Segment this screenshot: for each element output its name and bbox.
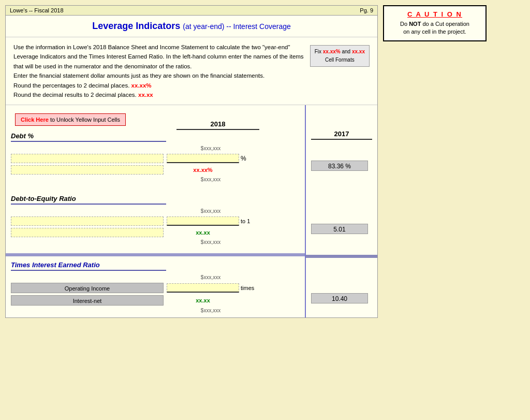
debt-section-title: Debt % [11,132,166,142]
debt-equity-title: Debt-to-Equity Ratio [11,195,166,205]
header-bar: Lowe's -- Fiscal 2018 Pg. 9 [6,6,377,16]
debt-formula-result: xx.xx% [193,167,212,173]
deq-2017-result: 5.01 [311,224,368,234]
bottom-right-panel: 10.40 [306,258,377,303]
interest-net-label: Interest-net [11,295,164,306]
debt-numerator-label-input[interactable] [11,154,164,163]
title-subtitle: (at year-end) -- Interest Coverage [183,22,291,31]
debt-denominator-label-input[interactable] [11,165,164,175]
times-interest-section: Times Interest Earned Ratio $xxx,xxx Ope… [6,256,305,314]
debt-numerator-value-input[interactable] [167,154,239,163]
year-2018-header: 2018 [176,120,259,130]
instructions-round1: Round the percentages to 2 decimal place… [13,81,370,90]
ti-num-placeholder: $xxx,xxx [174,274,247,280]
right-content: 2017 83.36 % 5.01 [306,105,377,317]
top-sections: Debt % $xxx,xxx [6,130,305,256]
instructions-round2: Round the decimal results to 2 decimal p… [13,90,370,99]
debt-section: Debt % $xxx,xxx [6,130,305,183]
operating-income-label: Operating Income [11,283,164,293]
ti-numerator-value-input[interactable] [167,283,239,293]
left-content: Click Here to Unlock Yellow Input Cells … [6,105,306,317]
deq-formula-result: xx.xx [196,229,210,236]
times-interest-title: Times Interest Earned Ratio [11,261,166,271]
ti-formula-result: xx.xx [196,297,210,303]
title-main: Leverage Indicators [92,21,180,31]
instructions-section: Fix xx.xx% and xx.xx Cell Formats Use th… [6,37,377,105]
instructions-para2: Enter the financial statement dollar amo… [13,71,370,80]
year-2017-header: 2017 [311,130,372,140]
debt-2017-result: 83.36 % [311,161,368,171]
debt-equity-section: Debt-to-Equity Ratio $xxx,xxx [6,193,305,246]
title-section: Leverage Indicators (at year-end) -- Int… [6,16,377,37]
caution-not: NOT [409,21,421,27]
deq-numerator-value-input[interactable] [167,216,239,226]
debt-denom-placeholder: $xxx,xxx [174,177,247,182]
caution-line1-pre: Do [400,21,409,27]
top-right-panel: 83.36 % 5.01 [306,140,377,258]
to-1-label: to 1 [241,218,250,224]
page-title: Leverage Indicators (at year-end) -- Int… [92,21,291,31]
caution-box: C A U T I O N Do NOTDo NOT do a Cut oper… [383,5,487,41]
unlock-button[interactable]: Click Here to Unlock Yellow Input Cells [15,113,126,126]
fix-format-label: Cell Formats [325,57,355,63]
header-right: Pg. 9 [360,7,373,13]
times-label: times [241,285,254,291]
percent-sign: % [241,155,246,162]
caution-line2: on any cell in the project. [403,28,466,35]
main-content: Click Here to Unlock Yellow Input Cells … [6,105,377,317]
deq-numerator-label-input[interactable] [11,216,164,226]
debt-num-placeholder: $xxx,xxx [174,146,247,151]
deq-denom-placeholder: $xxx,xxx [174,239,247,245]
header-left: Lowe's -- Fiscal 2018 [10,7,64,13]
ti-denom-placeholder: $xxx,xxx [174,308,247,313]
ti-2017-result: 10.40 [311,293,368,303]
caution-text: Do NOTDo NOT do a Cut operation do a Cut… [388,20,481,36]
fix-format-button[interactable]: Fix xx.xx% and xx.xx Cell Formats [310,45,370,67]
spreadsheet-area: Lowe's -- Fiscal 2018 Pg. 9 Leverage Ind… [5,5,378,318]
deq-denominator-label-input[interactable] [11,228,164,237]
caution-title: C A U T I O N [388,10,481,18]
deq-num-placeholder: $xxx,xxx [174,208,247,214]
